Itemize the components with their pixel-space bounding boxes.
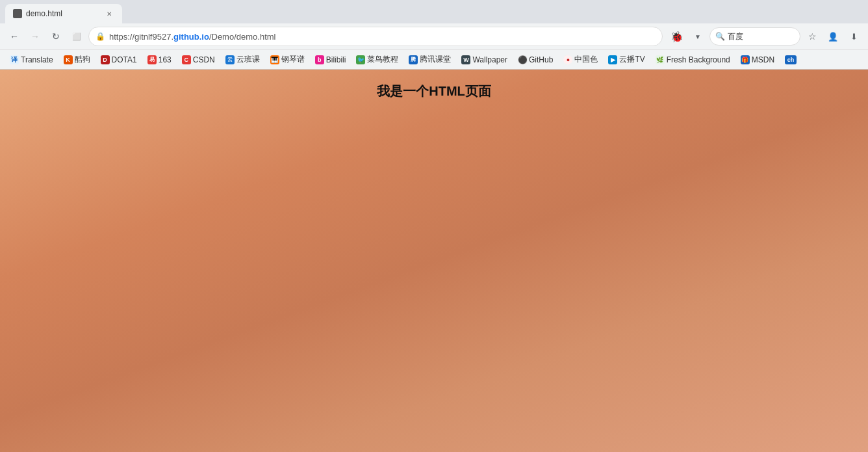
bookmark-msdn-label: MSDN <box>752 55 774 64</box>
bookmark-yuntv[interactable]: ▶ 云播TV <box>604 52 649 67</box>
bookmark-freshbg[interactable]: 🌿 Fresh Background <box>651 53 735 66</box>
bookmark-caoniao-label: 菜鸟教程 <box>367 54 398 65</box>
tab-bar: demo.html ✕ <box>0 0 868 23</box>
freshbg-icon: 🌿 <box>656 55 665 64</box>
dota1-icon: D <box>101 55 110 64</box>
forward-button[interactable]: → <box>26 27 44 46</box>
nav-bar: ← → ↻ ⬜ 🔒 https://gitnlf9527.github.io/D… <box>0 23 868 49</box>
page-heading: 我是一个HTML页面 <box>377 83 491 452</box>
browser-tab[interactable]: demo.html ✕ <box>5 4 122 23</box>
bookmark-github-label: GitHub <box>529 55 553 64</box>
bookmark-caoniao[interactable]: 🐦 菜鸟教程 <box>351 52 403 67</box>
bookmark-msdn[interactable]: 🎁 MSDN <box>736 53 779 66</box>
secure-icon: 🔒 <box>96 32 105 41</box>
bookmark-yunbang-label: 云班课 <box>236 54 260 65</box>
dropdown-button[interactable]: ▼ <box>689 27 707 46</box>
bookmark-yunbang[interactable]: 云 云班课 <box>221 52 264 67</box>
page-content: 我是一个HTML页面 <box>0 70 868 452</box>
bilibili-icon: b <box>315 55 324 64</box>
tab-title: demo.html <box>26 9 100 18</box>
163-icon: 易 <box>147 55 157 64</box>
search-icon: 🔍 <box>715 32 725 41</box>
bookmark-gangqin[interactable]: 🎹 钢琴谱 <box>266 52 309 67</box>
bookmark-tencent-label: 腾讯课堂 <box>420 54 451 65</box>
bookmark-csdn-label: CSDN <box>193 55 215 64</box>
zhongguose-icon: ● <box>563 55 572 64</box>
github-icon: ⚫ <box>518 55 527 64</box>
tab-favicon <box>13 9 22 18</box>
bookmark-dota1-label: DOTA1 <box>112 55 137 64</box>
back-button[interactable]: ← <box>5 27 23 46</box>
bookmark-wallpaper[interactable]: W Wallpaper <box>457 53 512 66</box>
bookmark-github[interactable]: ⚫ GitHub <box>513 53 557 66</box>
bookmark-yuntv-label: 云播TV <box>619 54 645 65</box>
home-button[interactable]: ⬜ <box>68 27 86 46</box>
bookmarks-bar: 译 Translate K 酷狗 D DOTA1 易 163 C CSDN 云 … <box>0 49 868 69</box>
bookmark-wallpaper-label: Wallpaper <box>472 55 507 64</box>
reload-button[interactable]: ↻ <box>47 27 65 46</box>
hougou-icon: K <box>64 55 73 64</box>
bookmark-ch[interactable]: ch <box>780 53 801 66</box>
address-domain: github.io <box>173 32 209 42</box>
bookmark-hougou-label: 酷狗 <box>75 54 90 65</box>
bookmark-button[interactable]: ☆ <box>803 27 821 46</box>
gangqin-icon: 🎹 <box>270 55 279 64</box>
bookmark-translate-label: Translate <box>21 55 53 64</box>
bookmark-163[interactable]: 易 163 <box>143 53 176 66</box>
download-button[interactable]: ⬇ <box>845 27 863 46</box>
bookmark-csdn[interactable]: C CSDN <box>177 53 220 66</box>
ch-icon: ch <box>785 55 797 64</box>
csdn-icon: C <box>182 55 191 64</box>
bookmark-bilibili[interactable]: b Bilibili <box>311 53 351 66</box>
yunbang-icon: 云 <box>225 55 235 64</box>
search-area: 🐞 ▼ <box>668 27 707 46</box>
bookmark-bilibili-label: Bilibili <box>326 55 346 64</box>
tencent-icon: 腾 <box>409 55 418 64</box>
yuntv-icon: ▶ <box>608 55 617 64</box>
bookmark-hougou[interactable]: K 酷狗 <box>59 52 95 67</box>
bookmark-163-label: 163 <box>159 55 172 64</box>
bookmark-freshbg-label: Fresh Background <box>667 55 730 64</box>
search-box[interactable]: 🔍 <box>709 27 800 46</box>
address-protocol: https://gitnlf9527. <box>109 32 173 42</box>
address-bar[interactable]: 🔒 https://gitnlf9527.github.io/Demo/demo… <box>88 27 663 46</box>
search-input[interactable] <box>728 32 780 41</box>
msdn-icon: 🎁 <box>741 55 750 64</box>
caoniao-icon: 🐦 <box>356 55 365 64</box>
extensions-button[interactable]: 🐞 <box>668 27 686 46</box>
bookmark-zhongguose[interactable]: ● 中国色 <box>559 52 602 67</box>
bookmark-dota1[interactable]: D DOTA1 <box>96 53 142 66</box>
bookmark-translate[interactable]: 译 Translate <box>5 53 58 66</box>
wallpaper-icon: W <box>461 55 470 64</box>
tab-close-button[interactable]: ✕ <box>104 8 114 19</box>
address-path: /Demo/demo.html <box>209 32 276 42</box>
address-text: https://gitnlf9527.github.io/Demo/demo.h… <box>109 32 656 42</box>
browser-chrome: demo.html ✕ ← → ↻ ⬜ 🔒 https://gitnlf9527… <box>0 0 868 70</box>
bookmark-zhongguose-label: 中国色 <box>574 54 598 65</box>
bookmark-tencent[interactable]: 腾 腾讯课堂 <box>404 52 455 67</box>
translate-icon: 译 <box>10 55 19 64</box>
person-button[interactable]: 👤 <box>824 27 842 46</box>
bookmark-gangqin-label: 钢琴谱 <box>281 54 305 65</box>
